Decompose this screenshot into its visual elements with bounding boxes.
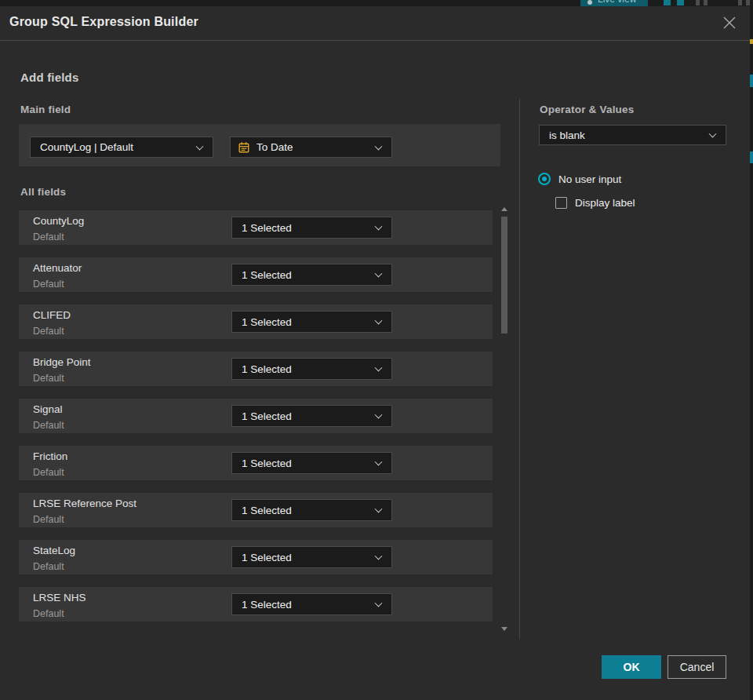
main-field-dropdown-value: CountyLog | Default [40, 141, 133, 153]
field-name: Friction [33, 450, 67, 462]
live-view-label: Live view [598, 0, 636, 5]
scrollbar-up-icon[interactable] [501, 207, 507, 211]
field-row: StateLogDefault1 Selected [19, 540, 493, 574]
field-selected-value: 1 Selected [242, 363, 292, 375]
chevron-down-icon [375, 270, 383, 278]
background-edge-fragment [750, 151, 753, 163]
live-view-dot-icon [587, 0, 592, 5]
field-row: SignalDefault1 Selected [19, 399, 493, 433]
field-selected-value: 1 Selected [242, 505, 292, 516]
chevron-down-icon [375, 600, 383, 607]
group-sql-expression-builder-dialog: Group SQL Expression Builder Add fields … [0, 6, 750, 700]
field-name: Bridge Point [33, 356, 91, 368]
display-label-checkbox[interactable] [555, 197, 567, 209]
field-selected-value: 1 Selected [242, 222, 292, 234]
field-name: Attenuator [33, 262, 82, 274]
main-attribute-dropdown-value: To Date [256, 141, 293, 153]
scrollbar-thumb[interactable] [501, 217, 507, 334]
field-row: AttenuatorDefault1 Selected [19, 257, 493, 292]
chevron-down-icon [375, 458, 383, 466]
scrollbar-down-icon[interactable] [501, 627, 507, 631]
field-name: CountyLog [33, 215, 84, 227]
field-selected-dropdown[interactable]: 1 Selected [231, 546, 392, 568]
chevron-down-icon [196, 142, 204, 150]
field-selected-value: 1 Selected [242, 269, 292, 281]
field-selected-dropdown[interactable]: 1 Selected [231, 264, 392, 286]
field-selected-value: 1 Selected [242, 316, 292, 328]
chevron-down-icon [375, 142, 383, 150]
field-name: CLIFED [33, 309, 71, 321]
main-attribute-dropdown[interactable]: To Date [230, 137, 392, 158]
all-fields-label: All fields [20, 186, 66, 198]
live-view-button: Live view [580, 0, 648, 6]
chevron-down-icon [375, 364, 383, 372]
field-subtitle: Default [33, 279, 64, 290]
field-subtitle: Default [33, 608, 64, 619]
panel-divider [519, 98, 520, 640]
field-row: FrictionDefault1 Selected [19, 446, 493, 480]
field-name: LRSE Reference Post [33, 498, 136, 509]
field-selected-value: 1 Selected [242, 458, 292, 469]
field-selected-dropdown[interactable]: 1 Selected [231, 593, 392, 615]
toolbar-fragment [738, 0, 742, 5]
background-edge-fragment [750, 39, 753, 44]
toolbar-fragment [704, 0, 708, 5]
ok-button[interactable]: OK [602, 655, 661, 679]
operator-dropdown[interactable]: is blank [539, 125, 726, 145]
field-selected-dropdown[interactable]: 1 Selected [231, 499, 392, 521]
chevron-down-icon [375, 317, 383, 325]
dialog-title: Group SQL Expression Builder [9, 15, 198, 29]
chevron-down-icon [375, 552, 383, 560]
chevron-down-icon [375, 411, 383, 419]
main-field-dropdown[interactable]: CountyLog | Default [30, 137, 213, 158]
scrollbar[interactable] [501, 202, 507, 636]
chevron-down-icon [375, 505, 383, 513]
field-selected-value: 1 Selected [242, 410, 292, 422]
background-edge-fragment [750, 75, 753, 87]
field-row: CountyLogDefault1 Selected [19, 210, 493, 245]
close-icon[interactable] [721, 14, 738, 31]
field-subtitle: Default [33, 232, 64, 242]
field-selected-value: 1 Selected [242, 552, 292, 563]
field-subtitle: Default [33, 514, 64, 525]
field-subtitle: Default [33, 467, 64, 478]
field-subtitle: Default [33, 420, 64, 431]
field-selected-value: 1 Selected [242, 599, 292, 611]
field-name: StateLog [33, 545, 75, 556]
field-name: LRSE NHS [33, 592, 86, 603]
toolbar-fragment [677, 0, 684, 5]
field-row: LRSE Reference PostDefault1 Selected [19, 493, 493, 527]
no-user-input-label: No user input [558, 173, 621, 185]
field-name: Signal [33, 403, 63, 415]
display-label-text: Display label [575, 197, 635, 209]
field-selected-dropdown[interactable]: 1 Selected [231, 311, 392, 333]
field-subtitle: Default [33, 326, 64, 337]
main-field-label: Main field [20, 104, 71, 115]
dialog-titlebar: Group SQL Expression Builder [0, 6, 750, 41]
field-subtitle: Default [33, 561, 64, 572]
add-fields-heading: Add fields [20, 71, 79, 84]
toolbar-fragment [696, 0, 700, 5]
toolbar-fragment [746, 0, 750, 5]
field-selected-dropdown[interactable]: 1 Selected [231, 405, 392, 427]
chevron-down-icon [709, 130, 717, 138]
main-field-panel: CountyLog | Default To Date [19, 124, 500, 166]
field-selected-dropdown[interactable]: 1 Selected [231, 452, 392, 474]
toolbar-fragment [664, 0, 671, 5]
field-row: LRSE NHSDefault1 Selected [19, 587, 493, 622]
cancel-button[interactable]: Cancel [668, 655, 726, 679]
field-subtitle: Default [33, 373, 64, 384]
chevron-down-icon [375, 223, 383, 231]
field-selected-dropdown[interactable]: 1 Selected [231, 358, 392, 380]
operator-values-label: Operator & Values [540, 104, 634, 115]
calendar-icon [238, 141, 250, 154]
field-selected-dropdown[interactable]: 1 Selected [231, 217, 392, 239]
operator-dropdown-value: is blank [549, 129, 585, 141]
field-row: CLIFEDDefault1 Selected [19, 304, 493, 339]
no-user-input-radio[interactable] [538, 173, 551, 185]
field-row: Bridge PointDefault1 Selected [19, 352, 493, 386]
